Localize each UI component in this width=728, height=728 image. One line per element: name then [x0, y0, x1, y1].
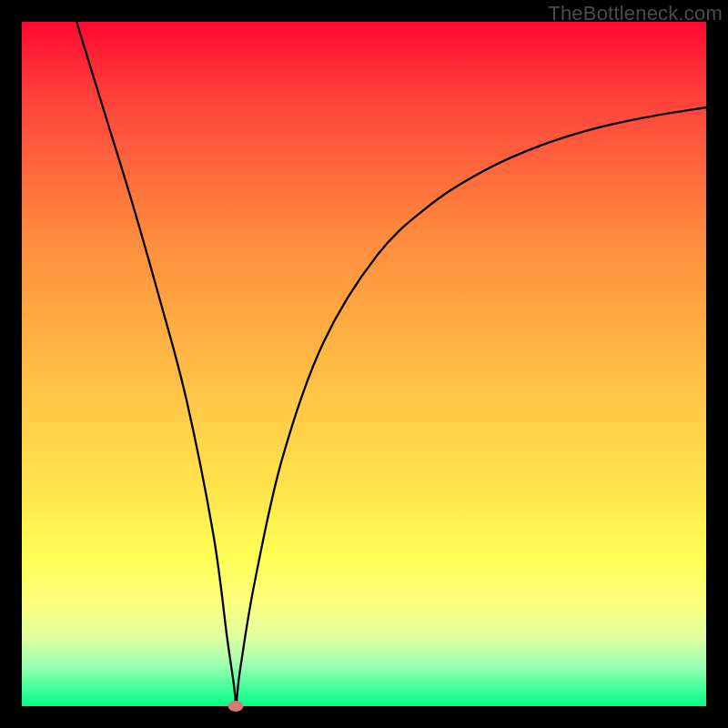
bottleneck-curve [22, 22, 706, 706]
plot-area [22, 22, 706, 706]
chart-frame [22, 22, 706, 706]
optimal-point-marker [228, 701, 244, 712]
